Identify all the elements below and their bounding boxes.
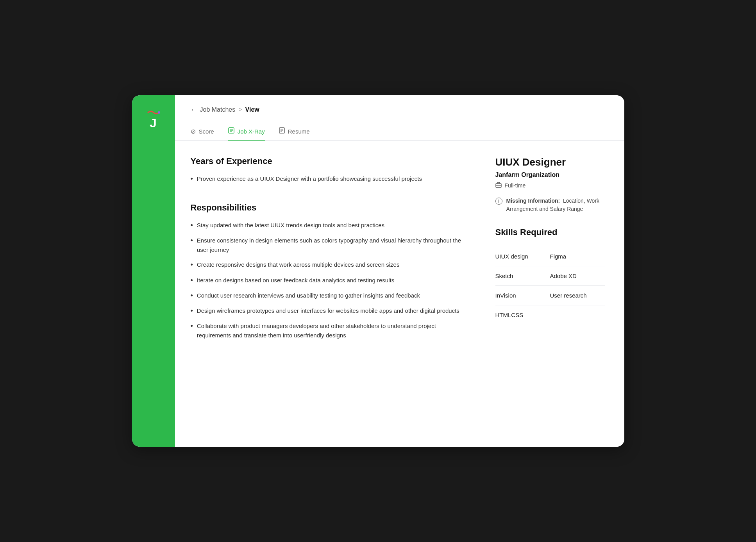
skills-title: Skills Required (495, 227, 605, 237)
skill-item: HTMLCSS (495, 305, 550, 324)
breadcrumb: ← Job Matches > View (191, 106, 609, 113)
sidebar: J (132, 95, 175, 447)
missing-info: i Missing Information: Location, Work Ar… (495, 197, 605, 213)
info-icon: i (495, 198, 502, 205)
skill-item: UIUX design (495, 247, 550, 266)
tab-resume-label: Resume (288, 128, 310, 135)
list-item: Design wireframes prototypes and user in… (191, 306, 472, 316)
list-item: Conduct user research interviews and usa… (191, 291, 472, 301)
briefcase-icon (495, 182, 502, 189)
score-icon: ⊘ (191, 128, 196, 135)
logo: J (137, 103, 170, 136)
skill-item: Sketch (495, 266, 550, 286)
years-of-experience-list: Proven experience as a UIUX Designer wit… (191, 174, 472, 184)
tab-job-xray-label: Job X-Ray (238, 128, 265, 135)
breadcrumb-current: View (245, 106, 259, 113)
skills-section: Skills Required UIUX design Figma Sketch… (495, 227, 605, 324)
list-item: Iterate on designs based on user feedbac… (191, 276, 472, 285)
header: ← Job Matches > View ⊘ Score (175, 95, 624, 141)
svg-point-0 (158, 111, 160, 114)
skill-item: User research (550, 286, 605, 305)
list-item: Proven experience as a UIUX Designer wit… (191, 174, 472, 184)
skills-grid: UIUX design Figma Sketch Adobe XD InVisi… (495, 247, 605, 324)
app-container: J ← Job Matches > View ⊘ Score (132, 95, 624, 447)
years-of-experience-section: Years of Experience Proven experience as… (191, 156, 472, 184)
app-logo: J (141, 107, 166, 132)
tab-resume[interactable]: Resume (279, 123, 310, 141)
responsibilities-section: Responsibilities Stay updated with the l… (191, 203, 472, 340)
job-type-label: Full-time (505, 182, 526, 189)
right-panel: UIUX Designer Janfarm Organization Full-… (495, 156, 605, 431)
missing-info-label: Missing Information: (506, 198, 560, 204)
list-item: Collaborate with product managers develo… (191, 321, 472, 340)
skill-item: Adobe XD (550, 266, 605, 286)
missing-info-text: Missing Information: Location, Work Arra… (506, 197, 605, 213)
job-title: UIUX Designer (495, 156, 605, 168)
skill-item-empty (550, 305, 605, 324)
skill-item: Figma (550, 247, 605, 266)
company-name: Janfarm Organization (495, 171, 605, 178)
list-item: Ensure consistency in design elements su… (191, 236, 472, 255)
breadcrumb-separator: > (238, 106, 242, 113)
svg-text:J: J (150, 116, 157, 130)
list-item: Create responsive designs that work acro… (191, 260, 472, 270)
years-of-experience-title: Years of Experience (191, 156, 472, 166)
tab-score-label: Score (199, 128, 214, 135)
left-panel: Years of Experience Proven experience as… (191, 156, 472, 431)
skill-item: InVision (495, 286, 550, 305)
responsibilities-list: Stay updated with the latest UIUX trends… (191, 221, 472, 340)
main-content: ← Job Matches > View ⊘ Score (175, 95, 624, 447)
responsibilities-title: Responsibilities (191, 203, 472, 213)
breadcrumb-parent[interactable]: Job Matches (200, 106, 236, 113)
content-area: Years of Experience Proven experience as… (175, 141, 624, 447)
job-type: Full-time (495, 182, 605, 189)
tabs-container: ⊘ Score Job X-Ray (191, 123, 609, 140)
back-arrow[interactable]: ← (191, 106, 197, 113)
list-item: Stay updated with the latest UIUX trends… (191, 221, 472, 230)
tab-job-xray[interactable]: Job X-Ray (228, 123, 265, 141)
job-xray-icon (228, 127, 234, 135)
tab-score[interactable]: ⊘ Score (191, 123, 214, 141)
resume-icon (279, 127, 285, 135)
